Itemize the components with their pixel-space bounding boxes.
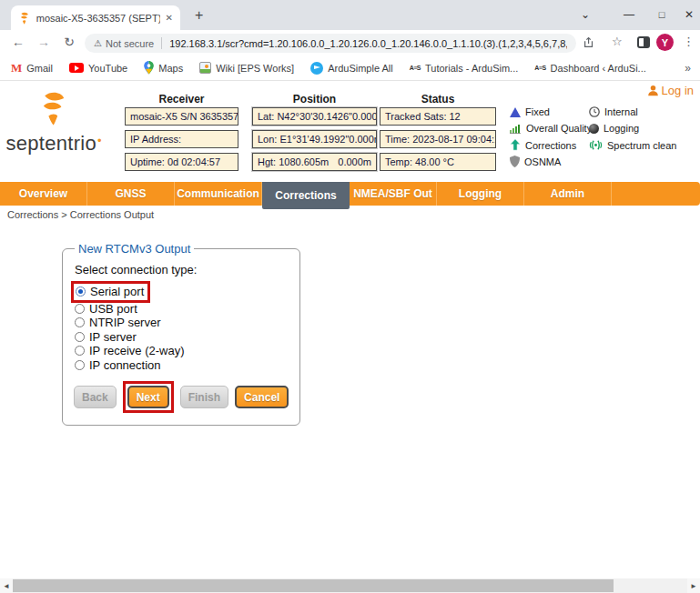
url-divider bbox=[161, 37, 162, 49]
youtube-icon bbox=[69, 63, 84, 73]
main-nav-bar: Overview GNSS Communication Corrections … bbox=[0, 182, 700, 206]
tab-corrections[interactable]: Corrections bbox=[262, 182, 350, 209]
selected-option-highlight: Serial port bbox=[71, 281, 150, 303]
window-minimize-button[interactable]: — bbox=[615, 2, 643, 27]
radio-button-icon[interactable] bbox=[75, 317, 85, 327]
screen: mosaic-X5-3635357 (SEPT) - Sept ✕ + ⌄ — … bbox=[0, 0, 700, 593]
window-chevron-icon[interactable]: ⌄ bbox=[572, 2, 599, 27]
radio-button-icon[interactable] bbox=[76, 286, 86, 296]
up-arrow-icon bbox=[510, 139, 521, 151]
share-icon[interactable] bbox=[583, 36, 595, 49]
septentrio-favicon bbox=[18, 12, 31, 25]
tab-nmea-sbf-out[interactable]: NMEA/SBF Out bbox=[350, 182, 437, 206]
tab-title: mosaic-X5-3635357 (SEPT) - Sept bbox=[36, 13, 160, 24]
tab-close-icon[interactable]: ✕ bbox=[166, 13, 173, 23]
status-time-field: Time: 2023-08-17 09:04:14 bbox=[380, 130, 496, 148]
ardusimple-favicon: A≡S bbox=[534, 65, 545, 71]
radio-ip-receive[interactable]: IP receive (2-way) bbox=[75, 344, 289, 358]
radio-button-icon[interactable] bbox=[75, 360, 85, 370]
bookmark-ardusimple[interactable]: ArduSimple All bbox=[310, 62, 393, 75]
bookmark-dashboard[interactable]: A≡S Dashboard ‹ ArduSi... bbox=[534, 63, 645, 74]
radio-ntrip-server[interactable]: NTRIP server bbox=[75, 316, 289, 330]
page-content: Log in septentrio• Receiver Position Sta… bbox=[0, 81, 700, 578]
tab-gnss[interactable]: GNSS bbox=[87, 182, 175, 206]
receiver-uptime-field: Uptime: 0d 02:04:57 bbox=[125, 153, 238, 171]
back-button: Back bbox=[74, 386, 117, 408]
indicator-corrections: Corrections bbox=[510, 139, 576, 151]
wizard-buttons: Back Next Finish Cancel bbox=[74, 381, 289, 413]
bookmark-maps[interactable]: Maps bbox=[144, 61, 183, 75]
next-button[interactable]: Next bbox=[127, 386, 169, 408]
user-icon bbox=[647, 85, 659, 96]
bookmarks-bar: M Gmail YouTube Maps Wiki [EPS Works] Ar… bbox=[0, 55, 700, 81]
scrollbar-thumb[interactable] bbox=[13, 579, 614, 592]
radio-button-icon[interactable] bbox=[75, 332, 85, 342]
window-maximize-button[interactable]: □ bbox=[648, 2, 675, 27]
fixed-triangle-icon bbox=[510, 107, 521, 117]
radio-ip-connection[interactable]: IP connection bbox=[75, 358, 289, 373]
window-close-button[interactable]: ✕ bbox=[675, 2, 700, 27]
browser-tab[interactable]: mosaic-X5-3635357 (SEPT) - Sept ✕ bbox=[11, 5, 180, 30]
septentrio-logo-icon bbox=[38, 92, 69, 130]
position-hgt-field: Hgt: 1080.605m0.000m bbox=[252, 153, 377, 171]
indicator-spectrum: Spectrum clean bbox=[589, 139, 676, 151]
maps-pin-icon bbox=[144, 61, 154, 75]
logging-dot-icon bbox=[589, 124, 599, 134]
bookmark-star-icon[interactable]: ☆ bbox=[612, 35, 623, 48]
indicator-overall-quality: Overall Quality bbox=[510, 123, 592, 134]
new-rtcmv3-output-panel: New RTCMv3 Output Select connection type… bbox=[62, 242, 300, 426]
tab-communication[interactable]: Communication bbox=[175, 182, 262, 206]
bookmark-wiki[interactable]: Wiki [EPS Works] bbox=[199, 62, 294, 74]
receiver-serial-field: mosaic-X5 S/N 3635357 bbox=[125, 107, 238, 126]
side-panel-icon[interactable] bbox=[637, 36, 650, 48]
login-label: Log in bbox=[662, 84, 694, 97]
telegram-icon bbox=[310, 62, 323, 75]
not-secure-warning-icon: ⚠ bbox=[94, 38, 102, 48]
brand-dot: • bbox=[97, 134, 102, 147]
breadcrumb: Corrections > Corrections Output bbox=[7, 209, 154, 220]
connection-type-prompt: Select connection type: bbox=[75, 263, 289, 276]
wiki-icon bbox=[199, 62, 211, 74]
scroll-left-icon[interactable]: ◄ bbox=[0, 578, 13, 593]
cancel-button[interactable]: Cancel bbox=[235, 386, 289, 408]
brand-name: septentrio bbox=[5, 132, 96, 155]
status-sats-field: Tracked Sats: 12 bbox=[380, 107, 496, 126]
radio-usb-port[interactable]: USB port bbox=[75, 302, 289, 317]
browser-menu-icon[interactable]: ⋮ bbox=[683, 35, 695, 48]
radio-button-icon[interactable] bbox=[75, 304, 85, 314]
ardusimple-favicon: A≡S bbox=[410, 65, 421, 71]
scroll-right-icon[interactable]: ► bbox=[687, 578, 700, 593]
radio-button-icon[interactable] bbox=[75, 346, 85, 356]
url-text[interactable]: 192.168.3.1/scr?cmd=1.20.106.0.0_1.20.12… bbox=[169, 38, 567, 49]
status-temp-field: Temp: 48.00 °C bbox=[380, 153, 496, 171]
indicator-fixed: Fixed bbox=[510, 106, 550, 117]
tab-admin[interactable]: Admin bbox=[524, 182, 612, 206]
address-bar[interactable]: ⚠ Not secure 192.168.3.1/scr?cmd=1.20.10… bbox=[85, 34, 576, 53]
spectrum-waves-icon bbox=[589, 139, 603, 151]
new-tab-button[interactable]: + bbox=[195, 7, 203, 24]
receiver-column-title: Receiver bbox=[125, 93, 238, 106]
status-column-title: Status bbox=[380, 93, 496, 106]
reload-icon[interactable]: ↻ bbox=[60, 35, 78, 49]
forward-icon[interactable]: → bbox=[35, 35, 53, 49]
tab-logging[interactable]: Logging bbox=[437, 182, 524, 206]
login-link[interactable]: Log in bbox=[647, 84, 694, 97]
position-column-title: Position bbox=[252, 93, 377, 106]
receiver-ip-field: IP Address: bbox=[125, 130, 238, 148]
not-secure-label[interactable]: Not secure bbox=[106, 38, 154, 49]
bookmark-gmail[interactable]: M Gmail bbox=[11, 61, 53, 75]
next-button-highlight: Next bbox=[123, 381, 174, 413]
septentrio-logo: septentrio• bbox=[0, 92, 107, 156]
radio-ip-server[interactable]: IP server bbox=[75, 330, 289, 345]
profile-avatar[interactable]: Y bbox=[656, 34, 674, 51]
bookmark-tutorials[interactable]: A≡S Tutorials - ArduSim... bbox=[410, 63, 519, 74]
radio-serial-port[interactable]: Serial port bbox=[76, 285, 144, 299]
back-icon[interactable]: ← bbox=[9, 35, 27, 49]
indicator-internal: Internal bbox=[589, 106, 638, 117]
bookmark-youtube[interactable]: YouTube bbox=[69, 63, 127, 74]
tab-overview[interactable]: Overview bbox=[0, 182, 87, 206]
finish-button: Finish bbox=[180, 386, 228, 408]
horizontal-scrollbar[interactable]: ◄ ► bbox=[0, 578, 700, 593]
clock-icon bbox=[589, 106, 600, 117]
bookmarks-overflow-icon[interactable]: » bbox=[685, 62, 691, 75]
